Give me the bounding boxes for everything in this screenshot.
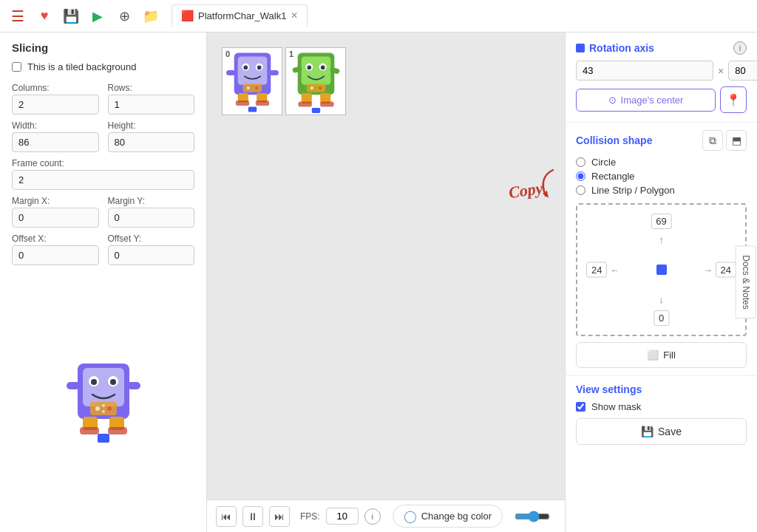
shape-top-value[interactable]: 69 xyxy=(651,214,671,229)
width-label: Width: xyxy=(12,120,99,131)
tab-bar: 🟥 PlatformChar_Walk1 ✕ xyxy=(172,4,308,27)
folder-button[interactable]: 📁 xyxy=(139,4,163,28)
rows-input[interactable] xyxy=(108,95,195,115)
toolbar: ☰ ♥ 💾 ▶ ⊕ 📁 🟥 PlatformChar_Walk1 ✕ xyxy=(0,0,757,33)
circle-radio[interactable] xyxy=(576,157,585,167)
rotation-x-input[interactable] xyxy=(576,61,713,81)
offset-y-group: Offset Y: xyxy=(108,233,195,265)
shape-diagram: 69 24 24 0 ← → ↑ ↓ xyxy=(576,203,747,336)
pin-icon: 📍 xyxy=(726,93,741,107)
tab-close-button[interactable]: ✕ xyxy=(291,10,298,21)
pin-button[interactable]: 📍 xyxy=(720,86,747,113)
paste-icon: ⬒ xyxy=(732,134,741,146)
svg-point-23 xyxy=(257,65,261,69)
main-layout: Slicing This is a tiled background Colum… xyxy=(0,33,757,532)
line-strip-radio-row[interactable]: Line Strip / Polygon xyxy=(576,185,747,196)
left-arrow: ← xyxy=(610,265,619,276)
change-bg-color-button[interactable]: ◯ Change bg color xyxy=(393,505,503,528)
height-label: Height: xyxy=(108,120,195,131)
offset-y-input[interactable] xyxy=(108,245,195,265)
svg-rect-11 xyxy=(67,382,80,389)
svg-rect-15 xyxy=(80,427,99,434)
tab-label: PlatformChar_Walk1 xyxy=(198,10,286,21)
pause-button[interactable]: ⏸ xyxy=(242,506,263,527)
svg-rect-35 xyxy=(301,56,330,84)
margin-x-input[interactable] xyxy=(12,208,99,228)
rotation-axis-indicator xyxy=(576,44,585,52)
rectangle-radio-row[interactable]: Rectangle xyxy=(576,171,747,182)
frame-1[interactable]: 1 xyxy=(285,47,346,115)
hamburger-menu-button[interactable]: ☰ xyxy=(6,4,30,28)
svg-point-8 xyxy=(107,406,112,411)
tiled-checkbox[interactable] xyxy=(12,62,21,72)
favorites-button[interactable]: ♥ xyxy=(33,4,56,28)
fps-label: FPS: xyxy=(300,511,320,522)
copy-shape-button[interactable]: ⧉ xyxy=(702,130,723,151)
svg-point-5 xyxy=(110,379,116,385)
margin-y-input[interactable] xyxy=(108,208,195,228)
svg-rect-24 xyxy=(242,83,262,92)
rows-group: Rows: xyxy=(108,83,195,115)
tiled-label: This is a tiled background xyxy=(27,61,136,72)
offset-y-label: Offset Y: xyxy=(108,233,195,244)
svg-point-25 xyxy=(246,86,249,89)
shape-left-value[interactable]: 24 xyxy=(586,262,607,278)
rectangle-radio[interactable] xyxy=(576,171,585,181)
canvas-content: 0 xyxy=(207,33,565,499)
heart-icon: ♥ xyxy=(41,8,49,24)
play-button[interactable]: ▶ xyxy=(86,4,109,28)
offset-x-input[interactable] xyxy=(12,245,99,265)
fps-info-button[interactable]: i xyxy=(364,508,381,525)
images-center-label: Image's center xyxy=(621,95,684,106)
slicing-form: Columns: Rows: Width: Height: Frame coun… xyxy=(0,80,206,268)
shape-bottom-value[interactable]: 0 xyxy=(654,310,669,326)
view-settings-title: View settings xyxy=(576,383,747,395)
line-strip-radio[interactable] xyxy=(576,185,585,195)
images-center-button[interactable]: ⊙ Image's center xyxy=(576,89,716,112)
folder-icon: 📁 xyxy=(143,8,159,24)
width-input[interactable] xyxy=(12,132,99,152)
bg-color-slider[interactable] xyxy=(515,511,550,522)
collision-actions: ⧉ ⬒ xyxy=(702,130,747,151)
height-input[interactable] xyxy=(108,132,195,152)
height-group: Height: xyxy=(108,120,195,152)
svg-rect-12 xyxy=(127,382,140,389)
line-strip-label: Line Strip / Polygon xyxy=(591,185,675,196)
frame-0-image xyxy=(223,48,282,115)
collision-shape-section: Collision shape ⧉ ⬒ Circle Rec xyxy=(566,123,757,375)
tiled-background-row[interactable]: This is a tiled background xyxy=(0,60,206,80)
canvas-area: 0 xyxy=(207,33,565,532)
circle-radio-row[interactable]: Circle xyxy=(576,157,747,168)
columns-input[interactable] xyxy=(12,95,99,115)
svg-point-26 xyxy=(255,86,258,89)
rotation-axis-info-button[interactable]: i xyxy=(733,41,747,55)
fill-button[interactable]: ⬜ Fill xyxy=(576,342,747,368)
paste-shape-button[interactable]: ⬒ xyxy=(726,130,747,151)
svg-rect-33 xyxy=(248,106,256,112)
frame-count-label: Frame count: xyxy=(12,158,194,168)
frame-count-input[interactable] xyxy=(12,170,194,190)
fill-icon: ⬜ xyxy=(647,349,659,361)
rotation-axis-header: Rotation axis i xyxy=(576,41,747,55)
svg-point-41 xyxy=(310,86,313,89)
shape-right-value[interactable]: 24 xyxy=(716,262,736,278)
bg-color-slider-area xyxy=(515,511,550,522)
crosshair-button[interactable]: ⊕ xyxy=(112,4,136,28)
tab-platformchar[interactable]: 🟥 PlatformChar_Walk1 ✕ xyxy=(172,4,308,27)
show-mask-checkbox[interactable] xyxy=(576,402,585,412)
rotation-coord-row: × xyxy=(576,61,747,81)
rotation-y-input[interactable] xyxy=(728,61,757,81)
svg-rect-47 xyxy=(298,101,311,106)
margin-y-group: Margin Y: xyxy=(108,196,195,228)
prev-frame-button[interactable]: ⏮ xyxy=(216,506,237,527)
svg-rect-6 xyxy=(90,402,117,415)
save-button-toolbar[interactable]: 💾 xyxy=(59,4,83,28)
next-frame-button[interactable]: ⏭ xyxy=(269,506,290,527)
fps-input[interactable] xyxy=(326,508,359,525)
save-button[interactable]: 💾 Save xyxy=(576,418,747,445)
frame-0[interactable]: 0 xyxy=(222,47,282,115)
docs-notes-tab[interactable]: Docs & Notes xyxy=(735,245,756,318)
bottom-arrow: ↓ xyxy=(659,294,664,305)
collision-shape-radio-group: Circle Rectangle Line Strip / Polygon xyxy=(576,157,747,196)
show-mask-row[interactable]: Show mask xyxy=(576,401,747,412)
